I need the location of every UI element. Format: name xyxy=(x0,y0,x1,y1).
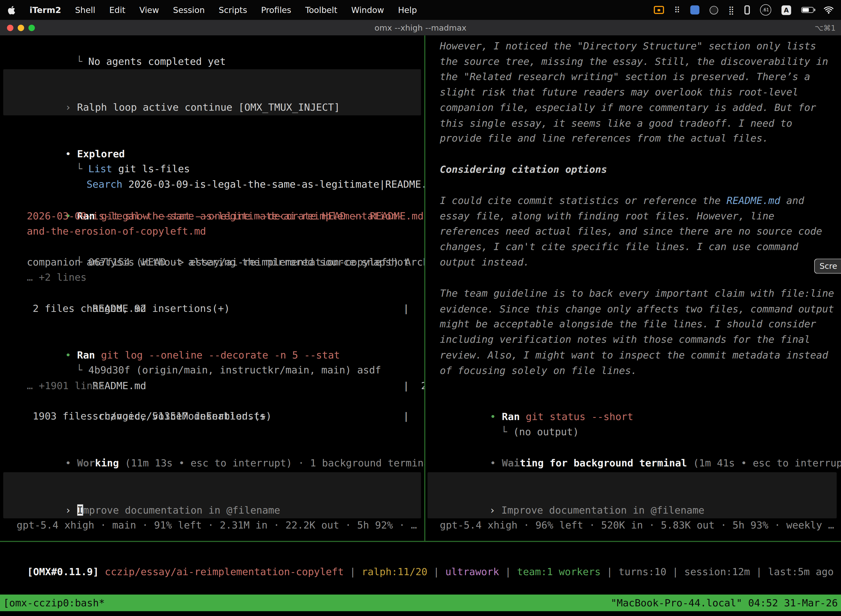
separator: | xyxy=(428,566,445,577)
git-stat-line: README.md | 4 + xyxy=(0,286,424,301)
screen-overlay-button[interactable]: Scre xyxy=(814,259,841,273)
working-status-line: • Working (11m 13s • esc to interrupt) ·… xyxy=(0,440,424,455)
separator: | xyxy=(666,566,684,577)
thinking-heading: Considering citation options xyxy=(440,162,841,177)
bullet-icon: • xyxy=(65,349,77,361)
commit-wrap-line: companion analysis without altering the … xyxy=(0,255,424,270)
prompt-input[interactable]: › Improve documentation in @filename xyxy=(428,472,837,518)
thinking-text: I could cite commit statistics or refere… xyxy=(440,193,835,270)
battery-icon[interactable] xyxy=(801,4,814,16)
blue-app-icon[interactable] xyxy=(690,4,699,16)
more-lines-indicator: … +2 lines xyxy=(0,270,424,286)
menu-item-app[interactable]: iTerm2 xyxy=(29,5,61,15)
prompt-input-line: › Improve documentation in @filename xyxy=(3,488,421,503)
tool-call-line: • Ran git status --short xyxy=(425,394,841,409)
commit-text: 4b9d30f (origin/main, instructkr/main, m… xyxy=(88,365,381,376)
working-shimmer-dim: Wor xyxy=(77,457,95,468)
traffic-lights xyxy=(7,24,35,31)
ralph-loop-banner: › Ralph loop active continue [OMX_TMUX_I… xyxy=(3,69,421,115)
wifi-icon[interactable] xyxy=(824,4,834,16)
search-args: 2026-03-09-is-legal-the-same-as-legitima… xyxy=(123,179,424,190)
app-grid-icon[interactable]: ⣿ xyxy=(728,4,734,16)
menu-bar: iTerm2 Shell Edit View Session Scripts P… xyxy=(0,0,841,20)
ralph-loop-line: › Ralph loop active continue [OMX_TMUX_I… xyxy=(3,85,421,100)
thinking-paragraph-3: The team guideline is to back every impo… xyxy=(425,286,841,378)
bullet-icon: • xyxy=(490,457,502,468)
window-title-bar: omx --xhigh --madmax ⌥⌘1 xyxy=(0,20,841,35)
bullet-icon: • xyxy=(65,457,77,468)
screen-overlay-label: Scre xyxy=(819,261,837,271)
input-text: Improve documentation in @filename xyxy=(501,505,705,516)
thinking-paragraph-1: However, I noticed the "Directory Struct… xyxy=(425,39,841,147)
menu-item-toolbelt[interactable]: Toolbelt xyxy=(305,5,337,15)
separator: | xyxy=(750,566,768,577)
dots-grid-icon[interactable]: ⠿ xyxy=(674,4,680,16)
recording-indicator-icon[interactable] xyxy=(654,4,664,16)
tmux-host-clock: "MacBook-Pro-44.local" 04:52 31-Mar-26 xyxy=(611,597,838,609)
ran-label: Ran xyxy=(77,349,101,361)
pane-bottom-divider xyxy=(0,541,841,542)
explored-header: • Explored xyxy=(0,131,424,146)
menu-item-session[interactable]: Session xyxy=(173,5,205,15)
thinking-text: The team guideline is to back every impo… xyxy=(440,286,835,378)
working-status-block: • Working (11m 13s • esc to interrupt) ·… xyxy=(0,440,424,455)
git-log-block: • Ran git log --oneline --decorate -n 5 … xyxy=(0,332,424,424)
search-verb: Search xyxy=(86,179,123,190)
command-wrap-line: 2026-03-09-is-legal-the-same-as-legitima… xyxy=(0,209,424,224)
omx-mode: ultrawork xyxy=(445,566,499,577)
menu-item-shell[interactable]: Shell xyxy=(75,5,95,15)
omx-team: team:1 workers xyxy=(517,566,601,577)
readme-link[interactable]: README.md xyxy=(727,195,780,206)
waiting-shimmer-bright: ting for background terminal xyxy=(520,457,687,468)
text-cursor: I xyxy=(77,505,83,516)
menu-item-view[interactable]: View xyxy=(139,5,159,15)
bullet-icon: • xyxy=(65,148,77,159)
tree-elbow: └ xyxy=(76,163,88,175)
git-show-block: • Ran git show --stat --oneline --decora… xyxy=(0,193,424,316)
apple-menu-icon[interactable] xyxy=(7,4,15,16)
prompt-input[interactable]: › Improve documentation in @filename xyxy=(3,472,421,518)
ran-label: Ran xyxy=(502,411,526,422)
left-pane[interactable]: └ No agents completed yet › Ralph loop a… xyxy=(0,35,424,541)
dark-app-icon[interactable] xyxy=(710,4,718,16)
menu-item-window[interactable]: Window xyxy=(351,5,384,15)
list-verb: List xyxy=(88,163,112,175)
phone-icon[interactable] xyxy=(744,4,750,16)
menu-item-help[interactable]: Help xyxy=(398,5,417,15)
input-source-icon[interactable]: A xyxy=(781,4,791,16)
prompt-chevron: › xyxy=(65,505,77,516)
prompt-chevron: › xyxy=(489,505,501,516)
menu-item-edit[interactable]: Edit xyxy=(109,5,125,15)
separator: | xyxy=(601,566,618,577)
tree-elbow: └ xyxy=(501,426,513,437)
git-status-block: • Ran git status --short └ (no output) xyxy=(425,394,841,425)
tmux-session-name[interactable]: [omx-cczip0:bash* xyxy=(3,597,105,609)
thinking-text: However, I noticed the "Directory Struct… xyxy=(440,39,835,147)
menu-item-profiles[interactable]: Profiles xyxy=(261,5,291,15)
omx-turns: turns:10 xyxy=(618,566,666,577)
battery-percentage-icon[interactable]: .61 xyxy=(760,4,771,16)
working-detail: (11m 13s • esc to interrupt) · 1 backgro… xyxy=(119,457,424,468)
zoom-button[interactable] xyxy=(28,24,35,31)
waiting-detail: (1m 41s • esc to interrupt) xyxy=(687,457,841,468)
omx-ralph-counter: ralph:11/20 xyxy=(362,566,428,577)
waiting-status-block: • Waiting for background terminal (1m 41… xyxy=(425,440,841,455)
menu-item-scripts[interactable]: Scripts xyxy=(219,5,247,15)
tree-elbow: └ xyxy=(76,365,88,376)
thinking-paragraph-2: I could cite commit statistics or refere… xyxy=(425,193,841,270)
prompt-input-line: › Improve documentation in @filename xyxy=(428,488,837,503)
omx-version: [OMX#0.11.9] xyxy=(27,566,105,577)
separator: | xyxy=(344,566,362,577)
thinking-heading-block: Considering citation options xyxy=(425,162,841,177)
command-text: git log --oneline --decorate -n 5 --stat xyxy=(101,349,340,361)
menu-bar-left: iTerm2 Shell Edit View Session Scripts P… xyxy=(7,4,417,16)
agent-status-block: └ No agents completed yet xyxy=(0,39,424,54)
waiting-shimmer-dim: Wai xyxy=(502,457,520,468)
screen: iTerm2 Shell Edit View Session Scripts P… xyxy=(0,0,841,616)
tmux-status-bar: [omx-cczip0:bash* "MacBook-Pro-44.local"… xyxy=(0,594,841,611)
close-button[interactable] xyxy=(7,24,13,31)
minimize-button[interactable] xyxy=(18,24,24,31)
working-shimmer-bright: king xyxy=(95,457,119,468)
omx-branch: cczip/essay/ai-reimplementation-copyleft xyxy=(105,566,344,577)
right-pane[interactable]: However, I noticed the "Directory Struct… xyxy=(425,35,841,541)
